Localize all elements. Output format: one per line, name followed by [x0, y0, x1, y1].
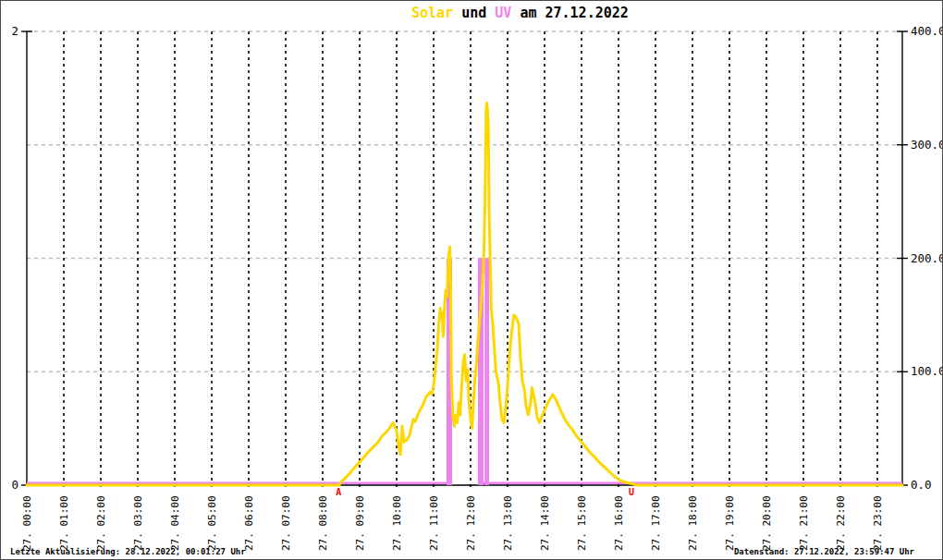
plot-area: 0.0100.0200.0300.0400.00227. 00:0027. 01…	[1, 1, 943, 560]
solar-line	[27, 103, 902, 485]
x-axis-label: 27. 00:00	[21, 495, 33, 551]
sunrise-marker: A	[336, 487, 341, 497]
right-axis-label: 400.0	[911, 24, 943, 38]
x-axis-label: 27. 21:00	[798, 495, 810, 551]
x-axis-label: 27. 07:00	[280, 495, 292, 551]
x-axis-label: 27. 11:00	[428, 495, 440, 551]
x-axis-label: 27. 20:00	[761, 495, 773, 551]
left-axis-label: 2	[11, 24, 18, 38]
x-axis-label: 27. 15:00	[576, 495, 588, 551]
x-axis-label: 27. 22:00	[835, 495, 847, 551]
data-timestamp-text: Datenstand: 27.12.2022, 23:59:47 Uhr	[734, 547, 914, 556]
left-axis-label: 0	[11, 478, 18, 492]
x-axis-label: 27. 08:00	[317, 495, 329, 551]
uv-bar	[484, 259, 489, 486]
right-axis-label: 100.0	[911, 364, 943, 378]
x-axis-label: 27. 01:00	[58, 495, 70, 551]
x-axis-label: 27. 09:00	[354, 495, 366, 551]
x-axis-label: 27. 02:00	[95, 495, 107, 551]
x-axis-label: 27. 12:00	[465, 495, 477, 551]
x-axis-label: 27. 18:00	[687, 495, 699, 551]
chart-canvas: Solar und UV am 27.12.2022 0.0100.0200.0…	[0, 0, 943, 560]
x-axis-label: 27. 10:00	[391, 495, 403, 551]
x-axis-label: 27. 03:00	[132, 495, 144, 551]
x-axis-label: 27. 04:00	[169, 495, 181, 551]
x-axis-label: 27. 05:00	[206, 495, 218, 551]
x-axis-label: 27. 23:00	[872, 495, 884, 551]
x-axis-label: 27. 14:00	[539, 495, 551, 551]
x-axis-label: 27. 06:00	[243, 495, 255, 551]
right-axis-label: 0.0	[911, 478, 932, 492]
last-update-text: Letzte Aktualisierung: 28.12.2022, 00:01…	[10, 547, 246, 556]
sunset-marker: U	[629, 487, 634, 497]
right-axis-label: 300.0	[911, 138, 943, 152]
x-axis-label: 27. 19:00	[724, 495, 736, 551]
x-axis-label: 27. 16:00	[613, 495, 625, 551]
x-axis-label: 27. 13:00	[502, 495, 514, 551]
x-axis-label: 27. 17:00	[650, 495, 662, 551]
right-axis-label: 200.0	[911, 251, 943, 265]
